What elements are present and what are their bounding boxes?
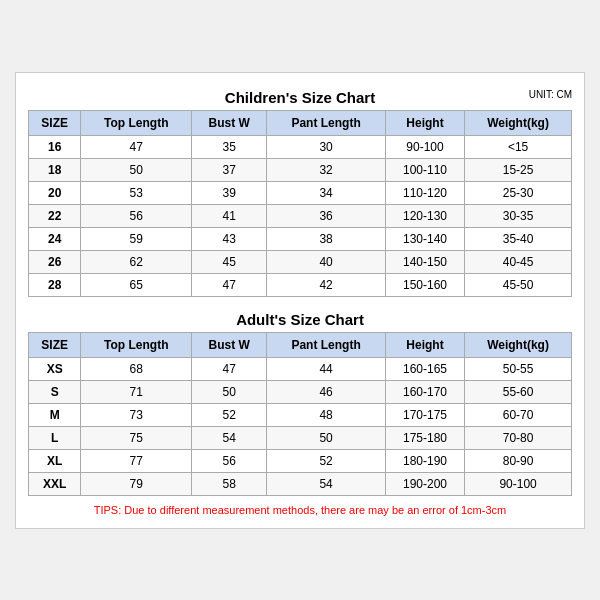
adult-header-row: SIZE Top Length Bust W Pant Length Heigh…	[29, 332, 572, 357]
adult-table: SIZE Top Length Bust W Pant Length Heigh…	[28, 332, 572, 496]
data-cell: 46	[267, 380, 386, 403]
data-cell: 59	[81, 227, 192, 250]
col-bust-w: Bust W	[192, 332, 267, 357]
data-cell: 120-130	[385, 204, 464, 227]
data-cell: 170-175	[385, 403, 464, 426]
table-row: 24594338130-14035-40	[29, 227, 572, 250]
data-cell: 50-55	[465, 357, 572, 380]
data-cell: 75	[81, 426, 192, 449]
data-cell: 58	[192, 472, 267, 495]
children-header-row: SIZE Top Length Bust W Pant Length Heigh…	[29, 110, 572, 135]
table-row: 22564136120-13030-35	[29, 204, 572, 227]
data-cell: 15-25	[465, 158, 572, 181]
col-size: SIZE	[29, 332, 81, 357]
data-cell: 50	[267, 426, 386, 449]
data-cell: 77	[81, 449, 192, 472]
data-cell: 44	[267, 357, 386, 380]
children-title-text: Children's Size Chart	[225, 89, 375, 106]
data-cell: <15	[465, 135, 572, 158]
data-cell: 41	[192, 204, 267, 227]
table-row: 28654742150-16045-50	[29, 273, 572, 296]
data-cell: 180-190	[385, 449, 464, 472]
table-row: S715046160-17055-60	[29, 380, 572, 403]
data-cell: 52	[267, 449, 386, 472]
col-top-length: Top Length	[81, 110, 192, 135]
tips-text: TIPS: Due to different measurement metho…	[28, 504, 572, 516]
table-row: XS684744160-16550-55	[29, 357, 572, 380]
table-row: 20533934110-12025-30	[29, 181, 572, 204]
table-row: M735248170-17560-70	[29, 403, 572, 426]
data-cell: 73	[81, 403, 192, 426]
data-cell: 68	[81, 357, 192, 380]
data-cell: 30-35	[465, 204, 572, 227]
data-cell: 37	[192, 158, 267, 181]
data-cell: 190-200	[385, 472, 464, 495]
col-height: Height	[385, 332, 464, 357]
chart-container: Children's Size Chart UNIT: CM SIZE Top …	[15, 72, 585, 529]
data-cell: 45	[192, 250, 267, 273]
data-cell: 100-110	[385, 158, 464, 181]
data-cell: 53	[81, 181, 192, 204]
data-cell: 140-150	[385, 250, 464, 273]
data-cell: 25-30	[465, 181, 572, 204]
data-cell: 32	[267, 158, 386, 181]
table-row: XL775652180-19080-90	[29, 449, 572, 472]
data-cell: 50	[81, 158, 192, 181]
table-row: 26624540140-15040-45	[29, 250, 572, 273]
col-weight: Weight(kg)	[465, 110, 572, 135]
data-cell: 50	[192, 380, 267, 403]
data-cell: 52	[192, 403, 267, 426]
data-cell: 150-160	[385, 273, 464, 296]
table-row: 1647353090-100<15	[29, 135, 572, 158]
table-row: XXL795854190-20090-100	[29, 472, 572, 495]
data-cell: 40	[267, 250, 386, 273]
data-cell: 160-165	[385, 357, 464, 380]
size-cell: 18	[29, 158, 81, 181]
adult-title-text: Adult's Size Chart	[236, 311, 364, 328]
data-cell: 30	[267, 135, 386, 158]
col-height: Height	[385, 110, 464, 135]
data-cell: 130-140	[385, 227, 464, 250]
size-cell: 26	[29, 250, 81, 273]
size-cell: 24	[29, 227, 81, 250]
col-bust-w: Bust W	[192, 110, 267, 135]
col-size: SIZE	[29, 110, 81, 135]
size-cell: 20	[29, 181, 81, 204]
col-pant-length: Pant Length	[267, 332, 386, 357]
data-cell: 34	[267, 181, 386, 204]
data-cell: 56	[192, 449, 267, 472]
data-cell: 35	[192, 135, 267, 158]
data-cell: 90-100	[385, 135, 464, 158]
data-cell: 62	[81, 250, 192, 273]
data-cell: 65	[81, 273, 192, 296]
data-cell: 48	[267, 403, 386, 426]
data-cell: 43	[192, 227, 267, 250]
data-cell: 175-180	[385, 426, 464, 449]
data-cell: 80-90	[465, 449, 572, 472]
data-cell: 47	[192, 273, 267, 296]
data-cell: 38	[267, 227, 386, 250]
data-cell: 79	[81, 472, 192, 495]
size-cell: 28	[29, 273, 81, 296]
size-cell: XL	[29, 449, 81, 472]
children-title: Children's Size Chart UNIT: CM	[28, 83, 572, 110]
data-cell: 160-170	[385, 380, 464, 403]
data-cell: 110-120	[385, 181, 464, 204]
data-cell: 71	[81, 380, 192, 403]
table-row: L755450175-18070-80	[29, 426, 572, 449]
size-cell: XXL	[29, 472, 81, 495]
data-cell: 36	[267, 204, 386, 227]
adult-title: Adult's Size Chart	[28, 305, 572, 332]
col-top-length: Top Length	[81, 332, 192, 357]
data-cell: 54	[267, 472, 386, 495]
data-cell: 40-45	[465, 250, 572, 273]
size-cell: M	[29, 403, 81, 426]
data-cell: 42	[267, 273, 386, 296]
data-cell: 55-60	[465, 380, 572, 403]
data-cell: 45-50	[465, 273, 572, 296]
unit-label: UNIT: CM	[529, 89, 572, 100]
data-cell: 90-100	[465, 472, 572, 495]
size-cell: L	[29, 426, 81, 449]
children-table: SIZE Top Length Bust W Pant Length Heigh…	[28, 110, 572, 297]
table-row: 18503732100-11015-25	[29, 158, 572, 181]
